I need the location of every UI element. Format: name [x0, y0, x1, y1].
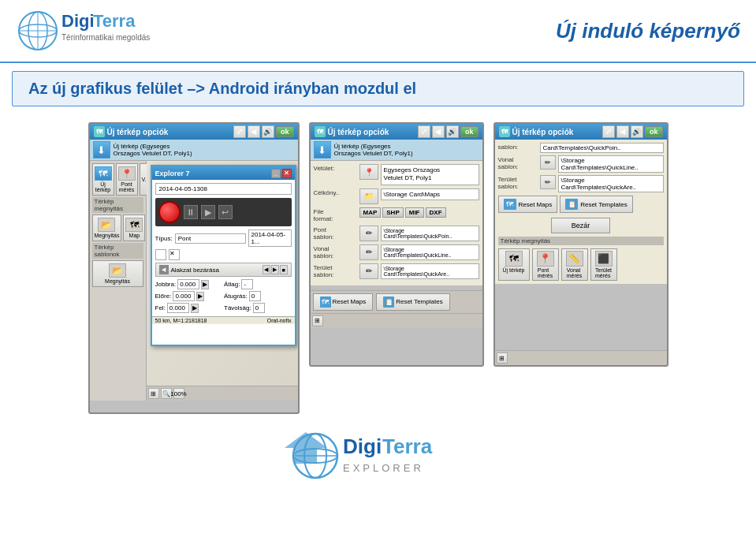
- screen1-new-map-text: Új térkép (EgysegesOrszagos Vetulet DT, …: [114, 143, 192, 157]
- svg-text:Terra: Terra: [93, 11, 136, 31]
- orat-nofix: Orat-nofix: [267, 318, 292, 323]
- screen2-win-icon: 🗺: [315, 126, 326, 137]
- format-mif[interactable]: MIF: [405, 207, 424, 218]
- checkbox-row: ✕: [155, 249, 292, 260]
- tavolsag-row: Távolság: 0: [224, 303, 292, 313]
- screen2-action-bar: 🗺 Reset Maps 📋 Reset Templates: [311, 290, 482, 313]
- screen1-ctrl2[interactable]: ◀: [248, 125, 260, 138]
- screen1-new-map-icon: ⬇: [93, 141, 110, 159]
- s3-vonal-icon[interactable]: ✏: [540, 155, 556, 170]
- screen-panel-2: 🗺 Új térkép opciók ⤢ ◀ 🔊 ok ⬇ Új térkép …: [309, 122, 484, 367]
- fel-value[interactable]: 0.000: [167, 303, 189, 313]
- screen2-ctrl1[interactable]: ⤢: [418, 125, 430, 138]
- reset-maps-icon: 🗺: [320, 297, 331, 308]
- btn-megnyitas2[interactable]: 📂 Megnyitás: [92, 260, 143, 287]
- screen3-btn-new[interactable]: 🗺 Új térkép: [498, 248, 530, 281]
- screen2-reset-templates-btn[interactable]: 📋 Reset Templates: [376, 293, 449, 311]
- btn-pont-meres[interactable]: 📍 Pontmérés: [116, 163, 138, 196]
- screen3-btn-pont[interactable]: 📍 Pontmérés: [532, 248, 559, 281]
- section-sablonok-label: Térkép sablonok: [92, 243, 143, 259]
- screen-panel-3: 🗺 Új térkép opciók ⤢ ◀ 🔊 ok sablon: Card…: [493, 122, 668, 367]
- s3-reset-templates-label: Reset Templates: [580, 201, 627, 208]
- elore-nav[interactable]: ▶: [196, 292, 204, 301]
- célköny-value: \Storage Card\Maps: [381, 188, 479, 200]
- screen3-ctrl2[interactable]: ◀: [616, 125, 629, 138]
- screen3-ctrl3[interactable]: 🔊: [631, 125, 643, 138]
- pont-sablon-icon[interactable]: ✏: [359, 226, 378, 241]
- screen2-ctrl2[interactable]: ◀: [432, 125, 445, 138]
- screen2-reset-maps-label: Reset Maps: [333, 298, 367, 305]
- screen3-reset-maps-btn[interactable]: 🗺 Reset Maps: [498, 196, 558, 213]
- jobbra-nav[interactable]: ▶: [201, 280, 209, 289]
- elore-value[interactable]: 0.000: [173, 291, 195, 301]
- checkbox2[interactable]: ✕: [169, 249, 180, 260]
- screen3-reset-templates-btn[interactable]: 📋 Reset Templates: [560, 196, 632, 213]
- toolbar-grid-btn[interactable]: ⊞: [148, 388, 159, 399]
- vetület-label: Vetület:: [314, 164, 357, 172]
- date2-value: 2014-04-05-1...: [248, 229, 292, 247]
- record-btn[interactable]: [158, 201, 181, 223]
- explorer-close[interactable]: ✕: [282, 169, 292, 178]
- screen3-btn-terület[interactable]: ⬛ Területmérés: [590, 248, 617, 281]
- screen3-btn-vonal[interactable]: 📏 Vonalmérés: [561, 248, 588, 281]
- vonal-sablon-icon[interactable]: ✏: [359, 244, 378, 260]
- btn-pont-label: Pontmérés: [119, 181, 134, 192]
- toolbar-percent: 100%: [173, 388, 184, 399]
- screen3-section-megnyitas: Térkép megnyitás: [498, 237, 664, 245]
- format-map[interactable]: MAP: [359, 207, 382, 218]
- atlag-row: Átlag: -: [224, 279, 292, 289]
- screen3-ok-btn[interactable]: ok: [645, 126, 663, 137]
- screen2-ok-btn[interactable]: ok: [460, 126, 479, 137]
- screen1-ctrl3[interactable]: 🔊: [262, 125, 274, 138]
- screen1-ctrl1[interactable]: ⤢: [233, 125, 246, 138]
- nav-stop[interactable]: ■: [280, 265, 288, 274]
- elore-row: Előre: 0.000 ▶: [155, 291, 223, 301]
- btn-map[interactable]: 🗺 Map: [123, 214, 145, 241]
- format-buttons: MAP SHP MIF DXF: [359, 207, 446, 218]
- s3-btn-pont-icon: 📍: [537, 251, 554, 267]
- stop-btn[interactable]: ↩: [218, 205, 233, 219]
- s3-btn-vonal-label: Vonalmérés: [567, 267, 582, 278]
- tavolsag-value: 0: [253, 303, 265, 313]
- nav-left[interactable]: ◀: [263, 265, 270, 274]
- vonal-sablon-label: Vonalsablon:: [314, 244, 357, 259]
- vetület-icon[interactable]: 📍: [359, 164, 378, 180]
- section-megnyitas-label: Térkép megnyitás: [92, 197, 143, 213]
- btn-new-map[interactable]: 🗺 Új térkép: [92, 163, 114, 196]
- fel-nav[interactable]: ▶: [191, 304, 199, 313]
- jobbra-value[interactable]: 0.000: [177, 279, 199, 289]
- play-btn[interactable]: ▶: [201, 205, 215, 219]
- status-text: 50 km, M=1:2181818: [155, 318, 207, 323]
- screen2-ctrl3[interactable]: 🔊: [446, 125, 459, 138]
- alakzat-btn[interactable]: ◀ Alakzat bezárása ◀ ▶ ■: [155, 263, 292, 277]
- btn-megnyitas[interactable]: 📂 Megnyitás: [92, 214, 122, 241]
- screen2-bottom-toolbar: ⊞: [311, 313, 482, 328]
- screen2-célköny-row: Célköny.. 📁 \Storage Card\Maps: [314, 188, 479, 204]
- svg-text:Térinformatikai megoldások: Térinformatikai megoldások: [61, 33, 150, 42]
- terület-sablon-icon[interactable]: ✏: [359, 263, 378, 279]
- screen3-bottom-btns: 🗺 Új térkép 📍 Pontmérés 📏 Vonalmérés ⬛ T…: [498, 248, 664, 281]
- checkbox1[interactable]: [155, 249, 166, 260]
- screen2-reset-maps-btn[interactable]: 🗺 Reset Maps: [313, 293, 374, 311]
- s3-terület-icon[interactable]: ✏: [540, 175, 556, 189]
- célköny-icon[interactable]: 📁: [359, 188, 378, 204]
- format-shp[interactable]: SHP: [382, 207, 403, 218]
- screen3-ctrl1[interactable]: ⤢: [602, 125, 615, 138]
- s2-toolbar-btn1[interactable]: ⊞: [312, 315, 323, 326]
- screen3-bezar-btn[interactable]: Bezár: [551, 218, 611, 233]
- tipus-value[interactable]: Pont: [175, 233, 246, 244]
- atugras-row: Átugrás: 0: [224, 291, 292, 301]
- screen2-titlebar: 🗺 Új térkép opciók ⤢ ◀ 🔊 ok: [311, 124, 482, 140]
- pause-btn[interactable]: ⏸: [184, 205, 198, 219]
- svg-text:Digi: Digi: [343, 435, 382, 458]
- svg-text:Digi: Digi: [61, 11, 95, 31]
- screen1-ok-btn[interactable]: ok: [276, 126, 294, 137]
- format-dxf[interactable]: DXF: [426, 207, 446, 218]
- s3-btn-pont-label: Pontmérés: [538, 267, 553, 278]
- date-input[interactable]: 2014-04-05-1308: [155, 183, 292, 195]
- explorer-min[interactable]: _: [271, 169, 281, 178]
- s3-toolbar-btn1[interactable]: ⊞: [497, 352, 508, 364]
- vetület-value: Egyseges OrszagosVetulet DT, Poly1: [381, 164, 479, 185]
- screen3-bottom-toolbar: ⊞: [495, 350, 667, 365]
- nav-right[interactable]: ▶: [271, 265, 279, 274]
